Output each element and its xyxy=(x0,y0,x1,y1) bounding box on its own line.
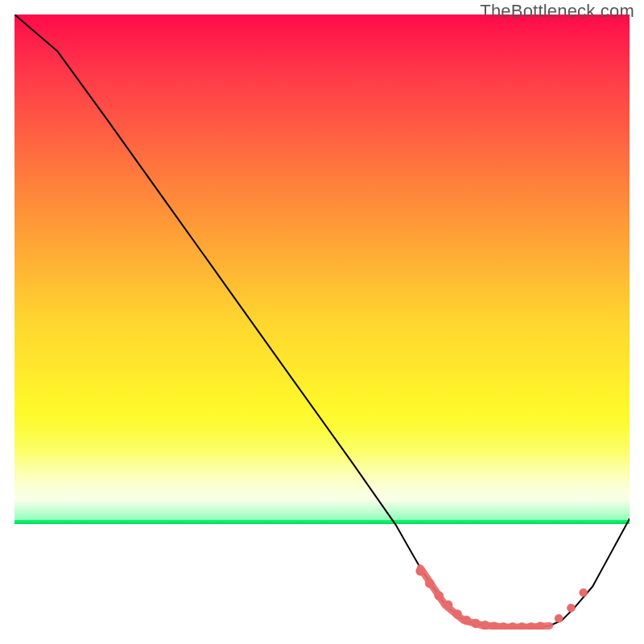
marker-dot xyxy=(555,614,563,622)
curve-layer xyxy=(14,14,630,630)
plot-area xyxy=(14,14,630,630)
watermark-text: TheBottleneck.com xyxy=(480,1,634,22)
marker-dot xyxy=(567,604,575,612)
chart-stage: TheBottleneck.com xyxy=(0,0,644,644)
bottleneck-curve xyxy=(14,14,630,627)
marker-dot xyxy=(580,588,588,597)
flat-segment-highlight xyxy=(420,568,550,627)
